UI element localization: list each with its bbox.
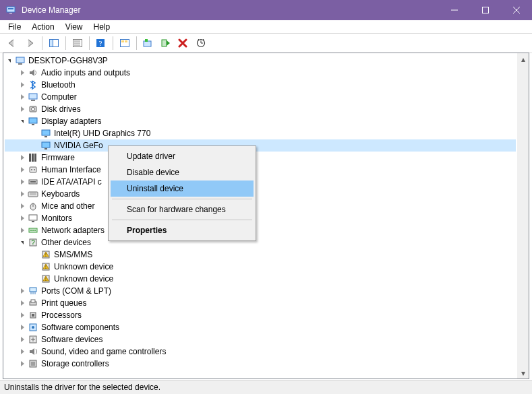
tree-node[interactable]: Display adapters [5, 115, 516, 127]
tree-node[interactable]: Network adapters [5, 224, 516, 236]
tree-node[interactable]: IDE ATA/ATAPI c [5, 176, 516, 188]
tree-node[interactable]: !SMS/MMS [5, 249, 516, 261]
ctx-properties[interactable]: Properties [111, 222, 254, 238]
svg-point-52 [34, 230, 36, 231]
expand-icon[interactable] [18, 286, 27, 296]
hid-icon [27, 164, 39, 175]
tree-node-label: Monitors [41, 212, 72, 224]
tree-node[interactable]: Sound, video and game controllers [5, 346, 516, 358]
expand-icon[interactable] [18, 359, 27, 368]
tree-node[interactable]: Monitors [5, 212, 516, 224]
svg-rect-20 [162, 40, 167, 46]
svg-rect-31 [45, 136, 47, 137]
svg-rect-37 [30, 167, 36, 172]
scroll-down-icon[interactable]: ▾ [517, 367, 529, 379]
toolbar-separator [136, 36, 137, 50]
uninstall-device-toolbar-button[interactable] [175, 36, 191, 51]
tree-node[interactable]: Storage controllers [5, 358, 516, 370]
ctx-uninstall-device[interactable]: Uninstall device [111, 180, 254, 197]
menu-file[interactable]: File [3, 21, 26, 33]
svg-rect-23 [18, 63, 22, 65]
expand-icon[interactable] [18, 310, 27, 320]
status-text: Uninstalls the driver for the selected d… [4, 381, 528, 394]
options-toolbar-button[interactable] [117, 36, 133, 51]
menu-view[interactable]: View [60, 21, 88, 33]
tree-node[interactable]: Print queues [5, 297, 516, 309]
menu-help[interactable]: Help [88, 21, 116, 33]
tree-node[interactable]: Bluetooth [5, 79, 516, 91]
expand-icon[interactable] [18, 201, 27, 211]
tree-node[interactable]: Firmware [5, 152, 516, 164]
help-toolbar-button[interactable]: ? [93, 36, 109, 51]
tree-node[interactable]: Software components [5, 321, 516, 333]
menu-action[interactable]: Action [26, 21, 59, 33]
tree-node[interactable]: Audio inputs and outputs [5, 67, 516, 79]
expand-icon[interactable] [18, 189, 27, 199]
app-window: Device Manager File Action View Help ? D… [0, 0, 532, 394]
tree-node[interactable]: !Unknown device [5, 273, 516, 285]
svg-point-38 [31, 169, 32, 170]
svg-text:?: ? [31, 239, 35, 247]
tree-node-label: Firmware [41, 152, 75, 164]
ctx-disable-device[interactable]: Disable device [111, 164, 254, 180]
tree-node-label: Keyboards [41, 188, 80, 200]
expand-icon[interactable] [18, 80, 27, 90]
expand-icon[interactable] [18, 68, 27, 77]
titlebar[interactable]: Device Manager [0, 0, 532, 20]
tree-node-label: Human Interface [41, 164, 101, 176]
tree-node[interactable]: Intel(R) UHD Graphics 770 [5, 127, 516, 139]
expand-icon[interactable] [18, 226, 27, 235]
expand-icon[interactable] [18, 165, 27, 174]
collapse-icon[interactable] [5, 56, 14, 65]
expand-icon[interactable] [18, 92, 27, 102]
back-button[interactable] [5, 36, 21, 51]
show-hide-tree-button[interactable] [46, 36, 62, 51]
scan-hardware-toolbar-button[interactable] [193, 36, 209, 51]
maximize-button[interactable] [470, 0, 501, 20]
other-warn-icon: ! [40, 261, 52, 272]
expand-icon[interactable] [18, 153, 27, 162]
expand-icon[interactable] [18, 298, 27, 308]
update-driver-toolbar-button[interactable] [140, 36, 156, 51]
svg-point-67 [32, 326, 34, 329]
properties-toolbar-button[interactable] [69, 36, 86, 51]
tree-node[interactable]: Keyboards [5, 188, 516, 200]
collapse-icon[interactable] [18, 117, 27, 126]
expand-icon[interactable] [18, 104, 27, 114]
device-manager-icon [5, 5, 16, 15]
ctx-scan-hardware[interactable]: Scan for hardware changes [111, 201, 254, 218]
expand-icon[interactable] [18, 177, 27, 187]
enable-device-toolbar-button[interactable] [158, 36, 174, 51]
expand-icon[interactable] [18, 335, 27, 344]
minimize-button[interactable] [439, 0, 470, 20]
svg-point-27 [32, 108, 35, 111]
device-tree[interactable]: DESKTOP-GGH8V3PAudio inputs and outputsB… [5, 55, 516, 377]
expand-icon[interactable] [18, 214, 27, 223]
swc-icon [27, 322, 39, 333]
tree-node[interactable]: Ports (COM & LPT) [5, 285, 516, 297]
scroll-up-icon[interactable]: ▴ [517, 53, 529, 65]
tree-node[interactable]: Computer [5, 91, 516, 103]
expand-icon[interactable] [18, 347, 27, 356]
ctx-update-driver[interactable]: Update driver [111, 148, 254, 164]
tree-node[interactable]: DESKTOP-GGH8V3P [5, 55, 516, 67]
context-menu[interactable]: Update driverDisable deviceUninstall dev… [108, 145, 256, 241]
svg-rect-34 [29, 154, 31, 162]
svg-rect-1 [8, 8, 13, 9]
svg-rect-17 [125, 40, 127, 42]
collapse-icon[interactable] [18, 238, 27, 247]
tree-node[interactable]: Human Interface [5, 164, 516, 176]
tree-node[interactable]: Software devices [5, 333, 516, 346]
tree-node[interactable]: !Unknown device [5, 261, 516, 273]
other-warn-icon: ! [40, 273, 52, 284]
tree-node[interactable]: NVIDIA GeFo [5, 139, 516, 152]
forward-button[interactable] [22, 36, 38, 51]
expand-icon[interactable] [18, 323, 27, 332]
tree-node[interactable]: ?Other devices [5, 236, 516, 249]
tree-node-label: IDE ATA/ATAPI c [41, 176, 102, 188]
tree-node[interactable]: Disk drives [5, 103, 516, 115]
tree-node[interactable]: Mice and other [5, 200, 516, 212]
tree-node[interactable]: Processors [5, 309, 516, 321]
vertical-scrollbar[interactable]: ▴ ▾ [517, 53, 529, 379]
close-button[interactable] [501, 0, 532, 20]
